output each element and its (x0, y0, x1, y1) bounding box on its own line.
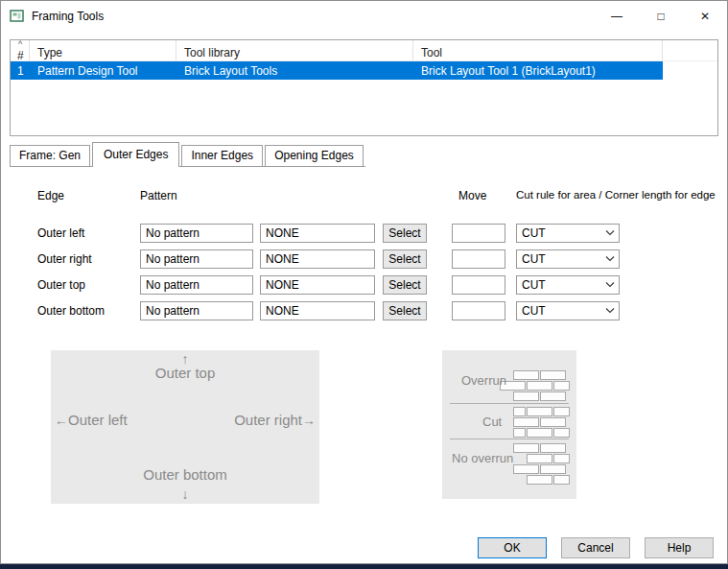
cut-rule-value: CUT (517, 304, 601, 318)
select-button[interactable]: Select (383, 224, 427, 243)
diagram-label-text: Outer left (68, 412, 128, 428)
edge-position-diagram: ↑ Outer top ←Outer left Outer right→ Out… (51, 350, 319, 504)
chevron-down-icon (601, 308, 619, 314)
diagram-label-outer-right: Outer right→ (234, 412, 316, 428)
select-button[interactable]: Select (383, 301, 427, 320)
move-input[interactable] (452, 301, 505, 320)
tab-outer-edges[interactable]: Outer Edges (92, 142, 179, 167)
cut-rule-value: CUT (517, 226, 601, 240)
tab-inner-edges[interactable]: Inner Edges (181, 145, 263, 166)
label-no-overrun: No overrun (452, 451, 513, 465)
arrow-down-icon: ↓ (182, 486, 189, 502)
row-tool-library: Brick Layout Tools (176, 64, 413, 78)
tool-list-header: ^ # Type Tool library Tool (11, 40, 717, 61)
titlebar[interactable]: Framing Tools — □ ✕ (1, 1, 727, 31)
pattern-library-value: NONE (266, 304, 299, 318)
header-pattern: Pattern (140, 189, 177, 202)
pattern-library-field[interactable]: NONE (260, 224, 375, 243)
framing-tools-window: Framing Tools — □ ✕ ^ # Type Tool librar… (0, 0, 728, 564)
app-icon (10, 9, 25, 24)
edge-row-label: Outer top (37, 275, 85, 295)
pattern-field[interactable]: No pattern (140, 275, 253, 295)
diagram-label-text: Outer right (234, 412, 302, 428)
pattern-value: No pattern (146, 278, 200, 292)
header-cut-rule: Cut rule for area / Corner length for ed… (516, 189, 716, 201)
arrow-left-icon: ← (55, 413, 68, 428)
edge-row-label: Outer bottom (37, 301, 105, 320)
column-header-tool[interactable]: Tool (413, 40, 663, 60)
pattern-library-value: NONE (266, 252, 299, 266)
edge-row-outer-left: Outer left No pattern NONE Select CUT (1, 224, 727, 243)
column-header-tool-library[interactable]: Tool library (176, 40, 413, 60)
cancel-button[interactable]: Cancel (561, 537, 630, 558)
sort-ascending-icon[interactable]: ^ (18, 40, 22, 48)
edge-row-outer-top: Outer top No pattern NONE Select CUT (1, 275, 727, 295)
move-input[interactable] (452, 249, 505, 269)
tab-bar: Frame: Gen Outer Edges Inner Edges Openi… (10, 142, 365, 167)
header-edge: Edge (37, 189, 64, 202)
pattern-library-field[interactable]: NONE (260, 301, 375, 320)
column-header-type[interactable]: Type (30, 40, 176, 60)
diagram-label-outer-top: Outer top (155, 365, 216, 381)
pattern-value: No pattern (146, 252, 200, 266)
cut-rule-select[interactable]: CUT (516, 249, 620, 269)
move-input[interactable] (452, 224, 505, 243)
screen: Framing Tools — □ ✕ ^ # Type Tool librar… (0, 0, 728, 569)
tab-opening-edges[interactable]: Opening Edges (265, 145, 364, 166)
edge-row-outer-right: Outer right No pattern NONE Select CUT (1, 249, 727, 269)
chevron-down-icon (601, 282, 619, 288)
chevron-down-icon (601, 230, 619, 236)
screen-edge (0, 564, 728, 569)
ok-button[interactable]: OK (478, 537, 547, 558)
chevron-down-icon (601, 256, 619, 262)
select-button[interactable]: Select (383, 275, 427, 295)
help-button[interactable]: Help (645, 537, 714, 558)
minimize-button[interactable]: — (595, 1, 639, 31)
row-tool: Brick Layout Tool 1 (BrickLayout1) (413, 64, 663, 78)
edge-row-outer-bottom: Outer bottom No pattern NONE Select CUT (1, 301, 727, 320)
row-num: 1 (11, 64, 30, 78)
maximize-button[interactable]: □ (639, 1, 683, 31)
pattern-library-field[interactable]: NONE (260, 249, 375, 269)
arrow-right-icon: → (302, 413, 316, 428)
pattern-field[interactable]: No pattern (140, 224, 253, 243)
pattern-value: No pattern (146, 304, 200, 318)
row-type: Pattern Design Tool (30, 64, 176, 78)
diagram-label-outer-left: ←Outer left (55, 412, 128, 428)
close-button[interactable]: ✕ (683, 1, 727, 31)
pattern-field[interactable]: No pattern (140, 301, 253, 320)
window-controls: — □ ✕ (595, 1, 727, 31)
window-title: Framing Tools (32, 10, 104, 23)
tab-frame-gen[interactable]: Frame: Gen (10, 145, 90, 166)
edge-row-label: Outer right (37, 249, 92, 269)
label-overrun: Overrun (461, 373, 506, 388)
edge-row-label: Outer left (37, 224, 84, 243)
label-cut: Cut (482, 415, 502, 429)
pattern-library-field[interactable]: NONE (260, 275, 375, 295)
move-input[interactable] (452, 275, 505, 295)
diagram-label-outer-bottom: Outer bottom (143, 466, 227, 483)
pattern-field[interactable]: No pattern (140, 249, 253, 269)
header-move: Move (458, 189, 486, 202)
pattern-library-value: NONE (266, 226, 299, 240)
pattern-value: No pattern (146, 226, 200, 240)
select-button[interactable]: Select (383, 249, 427, 269)
overrun-diagram: Overrun Cut No overrun (442, 350, 576, 499)
cut-rule-select[interactable]: CUT (516, 224, 620, 243)
cut-rule-select[interactable]: CUT (516, 301, 620, 320)
tool-list: ^ # Type Tool library Tool 1 Pattern Des… (10, 39, 718, 136)
cut-rule-value: CUT (517, 278, 601, 292)
cut-rule-select[interactable]: CUT (516, 275, 620, 295)
pattern-library-value: NONE (266, 278, 299, 292)
table-row-selected[interactable]: 1 Pattern Design Tool Brick Layout Tools… (11, 61, 663, 80)
cut-rule-value: CUT (517, 252, 601, 266)
